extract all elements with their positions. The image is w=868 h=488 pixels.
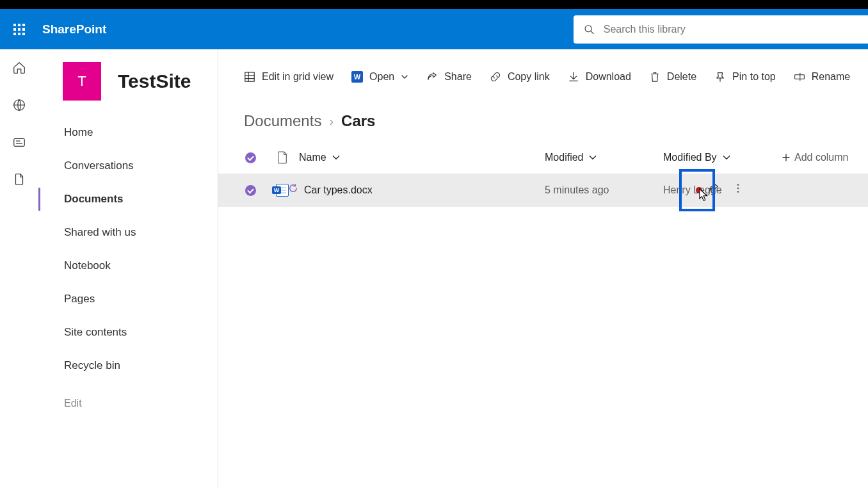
main-content: Edit in grid view W Open Share Copy link… [218,49,868,488]
app-launcher-icon[interactable] [4,14,35,45]
row-select[interactable] [231,185,269,196]
cmd-rename-label: Rename [812,71,850,83]
chevron-down-icon [588,153,597,162]
cmd-copy-link-label: Copy link [508,71,550,83]
word-icon: W [351,71,363,83]
site-logo[interactable]: T [63,62,101,101]
select-all[interactable] [231,152,269,163]
brand-label[interactable]: SharePoint [42,22,106,37]
check-circle-icon [245,152,256,163]
news-icon[interactable] [12,135,26,149]
cmd-download[interactable]: Download [568,71,631,83]
cmd-pin[interactable]: Pin to top [714,71,776,83]
list-header: Name Modified Modified By Add column [218,134,868,174]
nav-edit[interactable]: Edit [38,387,218,419]
svg-rect-6 [13,33,16,35]
site-title[interactable]: TestSite [118,70,191,92]
chevron-down-icon [332,153,341,162]
chevron-down-icon [401,73,408,81]
cmd-rename[interactable]: Rename [794,71,850,83]
svg-rect-15 [245,72,254,81]
col-type-icon[interactable] [269,150,295,165]
svg-rect-5 [22,28,25,31]
breadcrumb-root[interactable]: Documents [244,112,321,130]
cmd-delete[interactable]: Delete [649,71,696,83]
cmd-share-label: Share [444,71,472,83]
svg-rect-0 [13,24,16,26]
command-bar: Edit in grid view W Open Share Copy link… [218,60,868,94]
svg-rect-3 [13,28,16,31]
chevron-down-icon [722,153,731,162]
col-modified[interactable]: Modified [545,152,663,163]
grid-icon [244,71,255,83]
breadcrumb-leaf: Cars [341,112,375,130]
nav-home[interactable]: Home [38,116,218,149]
add-column-label: Add column [794,152,849,163]
svg-point-9 [585,25,591,31]
left-panel: T TestSite Home Conversations Documents … [38,49,218,488]
app-rail [0,49,38,488]
nav-site-contents[interactable]: Site contents [38,316,218,349]
pin-icon [714,71,726,83]
col-name-label: Name [299,152,326,163]
share-icon [426,71,438,83]
home-icon[interactable] [12,61,26,75]
nav-pages[interactable]: Pages [38,282,218,316]
file-name-cell[interactable]: Car types.docx [295,184,545,196]
cmd-edit-grid-label: Edit in grid view [262,71,334,83]
chevron-right-icon: › [329,114,334,129]
cmd-open-label: Open [369,71,394,83]
col-name[interactable]: Name [295,152,545,163]
col-modified-by-label: Modified By [663,152,717,163]
nav-documents[interactable]: Documents [38,183,218,216]
files-icon[interactable] [12,172,26,186]
svg-rect-12 [14,139,25,147]
svg-rect-4 [18,28,20,31]
file-row[interactable]: Car types.docx 5 minutes ago Henry Legge [218,174,868,207]
file-modified: 5 minutes ago [545,184,663,196]
more-icon[interactable] [732,183,744,194]
svg-rect-8 [22,33,25,35]
download-icon [568,71,579,83]
cmd-open[interactable]: W Open [351,71,408,83]
search-icon [584,24,595,35]
svg-rect-19 [794,75,804,79]
svg-rect-7 [18,33,20,35]
rename-icon [794,71,805,83]
cmd-copy-link[interactable]: Copy link [490,71,550,83]
nav-conversations[interactable]: Conversations [38,149,218,183]
nav-notebook[interactable]: Notebook [38,249,218,282]
site-header: T TestSite [38,49,218,113]
globe-icon[interactable] [12,98,26,112]
nav-recycle-bin[interactable]: Recycle bin [38,349,218,382]
svg-rect-1 [18,24,20,26]
add-column[interactable]: Add column [782,152,849,163]
nav-shared-with-us[interactable]: Shared with us [38,216,218,249]
record-dot-icon [696,187,702,193]
word-file-icon [276,184,289,197]
breadcrumb: Documents › Cars [218,98,868,134]
search-box[interactable] [574,15,868,44]
svg-point-21 [737,184,739,186]
col-modified-label: Modified [545,152,583,163]
cmd-download-label: Download [586,71,631,83]
trash-icon [649,71,661,83]
svg-point-22 [737,188,739,190]
search-input[interactable] [604,24,858,35]
cmd-delete-label: Delete [667,71,696,83]
cmd-share[interactable]: Share [426,71,472,83]
col-modified-by[interactable]: Modified By [663,152,782,163]
svg-line-10 [591,31,593,33]
svg-rect-2 [22,24,25,26]
sync-icon [289,184,298,193]
check-circle-icon [245,185,256,196]
plus-icon [782,153,791,162]
site-nav: Home Conversations Documents Shared with… [38,113,218,419]
link-icon [490,71,501,83]
svg-point-23 [737,191,739,193]
cmd-pin-label: Pin to top [732,71,776,83]
browser-address-bar [0,0,868,9]
tutorial-highlight [679,169,715,211]
suite-bar: SharePoint [0,9,868,49]
cmd-edit-grid[interactable]: Edit in grid view [244,71,334,83]
